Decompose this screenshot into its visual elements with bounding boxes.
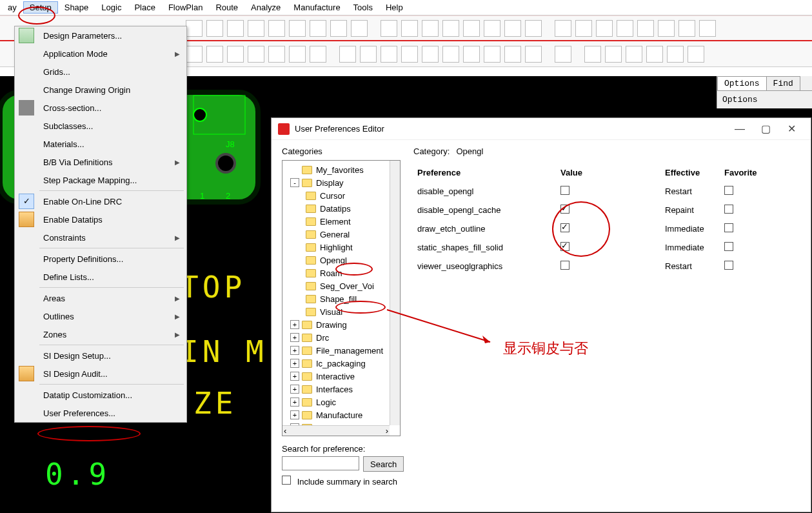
tree-expand-icon[interactable]: + bbox=[290, 333, 299, 342]
tool-layers-icon[interactable] bbox=[442, 20, 459, 37]
search-input[interactable] bbox=[282, 456, 359, 470]
tool-eraser-icon[interactable] bbox=[617, 20, 633, 37]
menu-item-enable-datatips[interactable]: Enable Datatips bbox=[15, 210, 186, 228]
tool-grid3-icon[interactable] bbox=[422, 20, 439, 37]
tool-grid-icon[interactable] bbox=[381, 20, 397, 37]
menu-route[interactable]: Route bbox=[209, 1, 244, 14]
tool2-dim-icon[interactable] bbox=[310, 46, 326, 63]
tree-node-seg_over_voi[interactable]: Seg_Over_Voi bbox=[282, 279, 400, 292]
tool2-note3-icon[interactable] bbox=[626, 46, 642, 63]
tree-node-interfaces[interactable]: +Interfaces bbox=[282, 383, 400, 396]
tool2-text-icon[interactable] bbox=[422, 46, 439, 63]
tool2-note-icon[interactable] bbox=[584, 46, 601, 63]
menu-item-subclasses[interactable]: Subclasses... bbox=[15, 117, 186, 135]
close-button[interactable]: ✕ bbox=[778, 120, 804, 138]
tree-node-ic_packaging[interactable]: +Ic_packaging bbox=[282, 357, 400, 370]
tree-vertical-scrollbar[interactable] bbox=[390, 161, 400, 425]
tree-expand-icon[interactable]: + bbox=[290, 320, 299, 329]
tool2-wave-icon[interactable] bbox=[555, 46, 571, 63]
menu-item-constraints[interactable]: Constraints▶ bbox=[15, 228, 186, 246]
tool-zoom-world-icon[interactable] bbox=[268, 20, 285, 37]
tool2-target-icon[interactable] bbox=[484, 46, 500, 63]
tool-zoom-out-icon[interactable] bbox=[186, 20, 203, 37]
tool2-rect2-icon[interactable] bbox=[206, 46, 223, 63]
tree-expand-icon[interactable]: + bbox=[290, 359, 299, 368]
tool-zoom-window-icon[interactable] bbox=[289, 20, 306, 37]
pref-favorite-checkbox[interactable] bbox=[724, 205, 733, 214]
tool-sheet-icon[interactable] bbox=[504, 20, 521, 37]
tree-node-drawing[interactable]: +Drawing bbox=[282, 318, 400, 331]
include-summary-checkbox[interactable] bbox=[282, 476, 291, 485]
tree-node-element[interactable]: Element bbox=[282, 215, 400, 228]
tool-sun2-icon[interactable] bbox=[658, 20, 675, 37]
tool2-note2-icon[interactable] bbox=[605, 46, 622, 63]
menu-item-user-preferences[interactable]: User Preferences... bbox=[15, 404, 186, 422]
menu-item-zones[interactable]: Zones▶ bbox=[15, 325, 186, 343]
menu-item-change-drawing-origin[interactable]: Change Drawing Origin bbox=[15, 81, 186, 99]
tree-expand-icon[interactable]: + bbox=[290, 385, 299, 394]
tree-expand-icon[interactable]: + bbox=[290, 397, 299, 407]
tree-node-shape_fill[interactable]: Shape_fill bbox=[282, 292, 400, 305]
menu-item-define-lists[interactable]: Define Lists... bbox=[15, 268, 186, 286]
menu-item-enable-on-line-drc[interactable]: ✓Enable On-Line DRC bbox=[15, 192, 186, 210]
pref-value-checkbox[interactable] bbox=[560, 261, 569, 270]
tree-node-display[interactable]: -Display bbox=[282, 176, 400, 189]
tool-pin-icon[interactable] bbox=[555, 20, 571, 37]
menu-place[interactable]: Place bbox=[128, 1, 162, 14]
tool2-cross-icon[interactable] bbox=[248, 46, 264, 63]
menu-analyze[interactable]: Analyze bbox=[244, 1, 287, 14]
tool-grid2-icon[interactable] bbox=[401, 20, 418, 37]
tool-sun1-icon[interactable] bbox=[637, 20, 654, 37]
pref-value-checkbox[interactable] bbox=[560, 242, 569, 251]
pref-favorite-checkbox[interactable] bbox=[724, 186, 733, 195]
search-button[interactable]: Search bbox=[363, 456, 404, 472]
tool-hourglass-icon[interactable] bbox=[699, 20, 716, 37]
tool2-db-icon[interactable] bbox=[339, 46, 356, 63]
tree-expand-icon[interactable]: + bbox=[290, 346, 299, 355]
menu-item-property-definitions[interactable]: Property Definitions... bbox=[15, 250, 186, 268]
menu-item-materials[interactable]: Materials... bbox=[15, 135, 186, 153]
tree-expand-icon[interactable]: - bbox=[290, 178, 299, 187]
tool2-shape-icon[interactable] bbox=[381, 46, 397, 63]
tool2-rect3-icon[interactable] bbox=[227, 46, 244, 63]
menu-item-application-mode[interactable]: Application Mode▶ bbox=[15, 45, 186, 63]
categories-tree[interactable]: My_favorites-DisplayCursorDatatipsElemen… bbox=[282, 160, 401, 436]
menu-item-outlines[interactable]: Outlines▶ bbox=[15, 307, 186, 325]
tree-expand-icon[interactable]: + bbox=[290, 372, 299, 381]
tab-find[interactable]: Find bbox=[766, 76, 800, 90]
tree-node-visual[interactable]: Visual bbox=[282, 305, 400, 318]
tree-node-datatips[interactable]: Datatips bbox=[282, 202, 400, 215]
menu-item-design-parameters[interactable]: Design Parameters... bbox=[15, 26, 186, 45]
menu-item-b-b-via-definitions[interactable]: B/B Via Definitions▶ bbox=[15, 153, 186, 171]
menu-help[interactable]: Help bbox=[379, 1, 410, 14]
tool2-chip2-icon[interactable] bbox=[289, 46, 306, 63]
tool2-note4-icon[interactable] bbox=[646, 46, 663, 63]
tree-node-roam[interactable]: Roam bbox=[282, 267, 400, 279]
tree-node-logic[interactable]: +Logic bbox=[282, 396, 400, 408]
tree-node-general[interactable]: General bbox=[282, 228, 400, 241]
scroll-right-icon[interactable]: › bbox=[386, 426, 388, 436]
pref-favorite-checkbox[interactable] bbox=[724, 261, 733, 270]
menu-manufacture[interactable]: Manufacture bbox=[287, 1, 346, 14]
tool-dfa-icon[interactable] bbox=[484, 20, 500, 37]
tool2-lock-icon[interactable] bbox=[360, 46, 377, 63]
tree-node-drc[interactable]: +Drc bbox=[282, 331, 400, 344]
menu-shape[interactable]: Shape bbox=[58, 1, 95, 14]
menu-item-si-design-setup[interactable]: SI Design Setup... bbox=[15, 347, 186, 365]
tool2-keypad2-icon[interactable] bbox=[525, 46, 542, 63]
tool2-cam-icon[interactable] bbox=[401, 46, 418, 63]
tool2-chip-icon[interactable] bbox=[268, 46, 285, 63]
tree-node-manufacture[interactable]: +Manufacture bbox=[282, 408, 400, 421]
tool2-matrix-icon[interactable] bbox=[463, 46, 480, 63]
tool2-keypad-icon[interactable] bbox=[504, 46, 521, 63]
tool-zoom-in-icon[interactable] bbox=[227, 20, 244, 37]
tool2-note5-icon[interactable] bbox=[667, 46, 684, 63]
pref-value-checkbox[interactable] bbox=[560, 186, 569, 195]
tool-world-icon[interactable] bbox=[575, 20, 592, 37]
menu-ay[interactable]: ay bbox=[1, 1, 23, 14]
tree-node-opengl[interactable]: Opengl bbox=[282, 254, 400, 267]
tool-zoom-minus-icon[interactable] bbox=[248, 20, 264, 37]
tree-node-file_management[interactable]: +File_management bbox=[282, 344, 400, 357]
tool-3d-icon[interactable] bbox=[330, 20, 347, 37]
scroll-left-icon[interactable]: ‹ bbox=[284, 426, 286, 436]
